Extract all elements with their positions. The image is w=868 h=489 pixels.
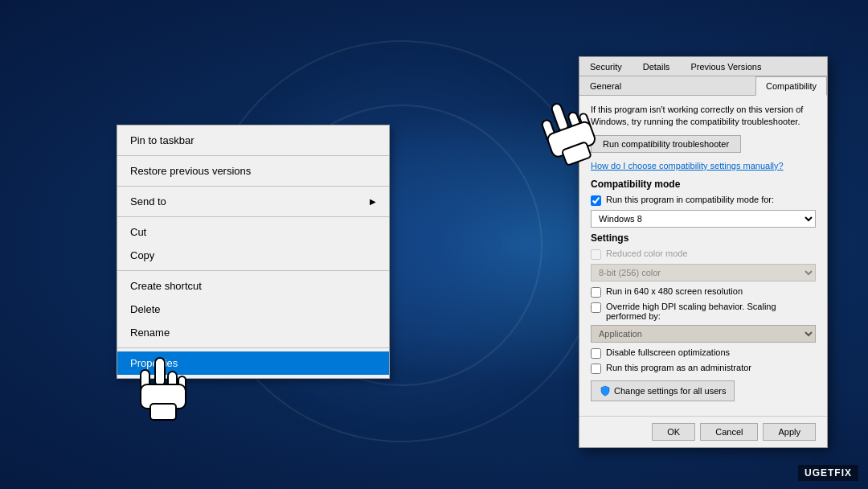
ctx-properties[interactable]: Properties (117, 351, 389, 375)
cancel-button[interactable]: Cancel (700, 423, 758, 441)
dialog-footer: OK Cancel Apply (579, 416, 827, 447)
ctx-send-to[interactable]: Send to ▶ (117, 190, 389, 213)
ctx-sep-1 (117, 155, 389, 156)
ctx-sep-2 (117, 186, 389, 187)
send-to-arrow-icon: ▶ (370, 197, 376, 206)
compat-mode-row: Run this program in compatibility mode f… (591, 195, 816, 206)
ctx-copy[interactable]: Copy (117, 244, 389, 267)
run-640-row: Run in 640 x 480 screen resolution (591, 286, 816, 298)
settings-section-title: Settings (591, 232, 816, 244)
dialog-content: If this program isn't working correctly … (579, 96, 827, 416)
compat-os-dropdown[interactable]: Windows 8 (591, 210, 816, 228)
troubleshooter-button[interactable]: Run compatibility troubleshooter (591, 135, 741, 153)
ctx-create-shortcut[interactable]: Create shortcut (117, 274, 389, 298)
dialog-tabs-row1: Security Details Previous Versions (579, 57, 827, 76)
disable-fullscreen-row: Disable fullscreen optimizations (591, 347, 816, 359)
apply-button[interactable]: Apply (763, 423, 816, 441)
properties-dialog: Security Details Previous Versions Gener… (579, 56, 828, 448)
override-dpi-checkbox[interactable] (591, 302, 601, 313)
run-admin-row: Run this program as an administrator (591, 363, 816, 374)
shield-icon (600, 385, 611, 397)
reduced-color-checkbox[interactable] (591, 249, 601, 260)
watermark: UGETFIX (798, 465, 858, 481)
context-menu: Pin to taskbar Restore previous versions… (117, 125, 390, 379)
ctx-delete[interactable]: Delete (117, 298, 389, 321)
troubleshooter-btn-row: Run compatibility troubleshooter (591, 135, 816, 153)
change-settings-button[interactable]: Change settings for all users (591, 380, 735, 401)
run-640-checkbox[interactable] (591, 287, 601, 298)
compat-mode-checkbox[interactable] (591, 195, 601, 206)
tab-security[interactable]: Security (579, 57, 633, 76)
run-admin-checkbox[interactable] (591, 364, 601, 374)
tab-spacer (632, 76, 755, 95)
dpi-scaling-dropdown[interactable]: Application (591, 325, 816, 343)
color-depth-dropdown[interactable]: 8-bit (256) color (591, 264, 816, 281)
ctx-rename[interactable]: Rename (117, 321, 389, 344)
disable-fullscreen-checkbox[interactable] (591, 348, 601, 359)
dialog-tabs-row2: General Compatibility (579, 76, 827, 96)
tab-compatibility[interactable]: Compatibility (755, 76, 827, 96)
ctx-sep-3 (117, 216, 389, 217)
compat-section-title: Compatibility mode (591, 179, 816, 190)
override-dpi-row: Override high DPI scaling behavior. Scal… (591, 302, 816, 321)
compat-settings-link[interactable]: How do I choose compatibility settings m… (591, 161, 816, 171)
ctx-restore-versions[interactable]: Restore previous versions (117, 159, 389, 183)
ctx-pin-taskbar[interactable]: Pin to taskbar (117, 129, 389, 152)
reduced-color-row: Reduced color mode (591, 249, 816, 260)
ctx-sep-4 (117, 270, 389, 271)
tab-general[interactable]: General (579, 76, 632, 95)
ctx-cut[interactable]: Cut (117, 220, 389, 244)
dialog-description: If this program isn't working correctly … (591, 104, 816, 129)
tab-details[interactable]: Details (633, 57, 681, 76)
tab-previous-versions[interactable]: Previous Versions (680, 57, 772, 76)
ctx-sep-5 (117, 347, 389, 348)
ok-button[interactable]: OK (652, 423, 695, 441)
